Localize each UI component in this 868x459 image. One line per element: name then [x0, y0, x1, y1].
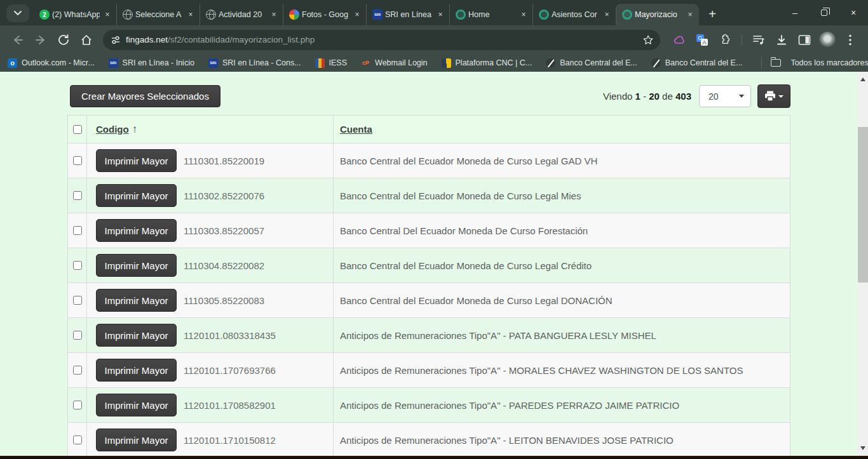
viewing-status: Viendo 1 - 20 de 403 — [603, 91, 691, 102]
list-controls: Crear Mayores Seleccionados Viendo 1 - 2… — [70, 84, 790, 108]
tab-close-icon[interactable]: × — [685, 10, 695, 20]
site-info-icon[interactable] — [111, 35, 121, 45]
row-codigo-cell: Imprimir Mayor 1110301.85220019 — [87, 143, 334, 178]
browser-window: (2) WhatsApp × Seleccione A × Actividad … — [0, 0, 868, 459]
translate-extension-icon[interactable]: G A — [692, 30, 712, 50]
imprimir-mayor-button[interactable]: Imprimir Mayor — [96, 219, 177, 242]
tab-close-icon[interactable]: × — [352, 10, 362, 20]
table-row: Imprimir Mayor 1120101.0803318435 Antici… — [68, 317, 790, 352]
row-cuenta: Banco Central Del Ecuador Moneda De Curs… — [334, 213, 790, 248]
browser-tab[interactable]: (2) WhatsApp × — [33, 4, 116, 25]
avatar — [819, 32, 836, 48]
bookmark-item[interactable]: Outlook.com - Micr... — [8, 58, 95, 68]
bookmark-item[interactable]: SRI en Línea - Cons... — [208, 58, 301, 68]
row-checkbox[interactable] — [73, 156, 82, 165]
codigo-header-label[interactable]: Codigo — [96, 124, 129, 135]
tab-close-icon[interactable]: × — [102, 10, 112, 20]
address-bar[interactable]: fingads.net /sf2/contabilidad/mayorizaci… — [103, 30, 660, 50]
tab-close-icon[interactable]: × — [519, 10, 529, 20]
print-menu-button[interactable] — [757, 84, 790, 108]
restore-button[interactable] — [810, 0, 839, 25]
row-checkbox[interactable] — [73, 331, 82, 340]
folder-icon — [771, 59, 781, 67]
profile-avatar[interactable] — [817, 30, 837, 50]
viewing-of-word: de — [662, 91, 673, 102]
row-checkbox[interactable] — [73, 366, 82, 375]
bookmark-favicon — [8, 58, 17, 68]
home-button[interactable] — [76, 30, 97, 50]
browser-tab[interactable]: SRI en Línea × — [366, 4, 449, 25]
minimize-button[interactable]: – — [780, 0, 810, 25]
side-panel-icon[interactable] — [794, 30, 815, 50]
tabs: (2) WhatsApp × Seleccione A × Actividad … — [33, 4, 699, 25]
row-checkbox[interactable] — [73, 226, 82, 235]
new-tab-button[interactable]: + — [703, 4, 722, 23]
row-checkbox[interactable] — [73, 261, 82, 270]
browser-tab[interactable]: Mayorizacio × — [616, 4, 699, 25]
select-all-checkbox[interactable] — [73, 125, 82, 134]
tab-strip: (2) WhatsApp × Seleccione A × Actividad … — [0, 0, 868, 25]
row-cuenta: Anticipos de Remuneraciones Tipo"A" - PA… — [334, 388, 790, 422]
table-row: Imprimir Mayor 1120101.1707693766 Antici… — [68, 352, 790, 387]
back-button[interactable] — [8, 30, 28, 50]
browser-tab[interactable]: Fotos - Goog × — [283, 4, 366, 25]
browser-tab[interactable]: Home × — [449, 4, 532, 25]
scroll-up-arrow[interactable] — [860, 77, 865, 81]
tab-close-icon[interactable]: × — [186, 10, 196, 20]
tab-close-icon[interactable]: × — [602, 10, 612, 20]
imprimir-mayor-button[interactable]: Imprimir Mayor — [96, 429, 177, 451]
row-checkbox[interactable] — [73, 296, 82, 305]
bookmark-item[interactable]: Webmail Login — [361, 58, 427, 68]
row-cuenta: Banco Central del Ecuador Moneda de Curs… — [334, 248, 790, 283]
bookmark-item[interactable]: Banco Central del E... — [651, 58, 743, 68]
imprimir-mayor-button[interactable]: Imprimir Mayor — [96, 254, 177, 277]
row-checkbox-cell — [68, 353, 87, 387]
bookmark-star-icon[interactable] — [642, 34, 654, 46]
viewing-word: Viendo — [603, 91, 632, 102]
browser-tab[interactable]: Actividad 20 × — [200, 4, 283, 25]
media-controls-icon[interactable] — [749, 30, 769, 50]
imprimir-mayor-button[interactable]: Imprimir Mayor — [96, 149, 177, 172]
bookmark-item[interactable]: Plataforma CNC | C... — [442, 58, 532, 68]
row-checkbox[interactable] — [73, 436, 82, 444]
tab-close-icon[interactable]: × — [269, 10, 279, 20]
browser-tab[interactable]: Asientos Cor × — [532, 4, 616, 25]
imprimir-mayor-button[interactable]: Imprimir Mayor — [96, 394, 177, 416]
bookmark-favicon — [546, 58, 555, 68]
browser-menu-icon[interactable] — [840, 30, 860, 50]
scroll-down-arrow[interactable] — [860, 446, 865, 450]
scrollbar[interactable] — [858, 72, 868, 456]
table-row: Imprimir Mayor 1110304.85220082 Banco Ce… — [68, 248, 790, 283]
bookmark-item[interactable]: IESS — [315, 58, 348, 68]
row-codigo-cell: Imprimir Mayor 1110302.85220076 — [87, 178, 334, 213]
crear-mayores-button[interactable]: Crear Mayores Seleccionados — [70, 85, 220, 107]
imprimir-mayor-button[interactable]: Imprimir Mayor — [96, 324, 177, 347]
close-window-button[interactable]: × — [839, 0, 868, 25]
row-cuenta: Anticipos de Remuneraciones Tipo"A" - PA… — [334, 318, 790, 352]
bookmark-item[interactable]: Banco Central del E... — [546, 58, 637, 68]
tab-close-icon[interactable]: × — [435, 10, 445, 20]
downloads-icon[interactable] — [771, 30, 792, 50]
row-codigo: 1120101.0803318435 — [184, 330, 276, 341]
page-size-select[interactable]: 20 — [699, 85, 751, 107]
row-checkbox[interactable] — [73, 191, 82, 200]
table-row: Imprimir Mayor 1110301.85220019 Banco Ce… — [68, 143, 790, 178]
imprimir-mayor-button[interactable]: Imprimir Mayor — [96, 359, 177, 382]
cuenta-header-label[interactable]: Cuenta — [340, 124, 372, 135]
tab-search-button[interactable] — [6, 4, 29, 22]
row-checkbox-cell — [68, 388, 87, 422]
row-codigo: 1110303.85220057 — [184, 225, 264, 236]
browser-tab[interactable]: Seleccione A × — [116, 4, 200, 25]
scrollbar-thumb[interactable] — [858, 127, 868, 283]
extensions-puzzle-icon[interactable] — [715, 30, 735, 50]
cloud-extension-icon[interactable] — [669, 30, 689, 50]
forward-button[interactable] — [31, 30, 51, 50]
row-checkbox[interactable] — [73, 401, 82, 409]
all-bookmarks[interactable]: Todos los marcadores — [756, 57, 868, 69]
imprimir-mayor-button[interactable]: Imprimir Mayor — [96, 184, 177, 207]
bookmark-item[interactable]: SRI en Línea - Inicio — [109, 58, 194, 68]
tab-favicon — [289, 10, 299, 20]
bookmarks-separator — [761, 57, 762, 69]
imprimir-mayor-button[interactable]: Imprimir Mayor — [96, 289, 177, 312]
reload-button[interactable] — [53, 30, 74, 50]
